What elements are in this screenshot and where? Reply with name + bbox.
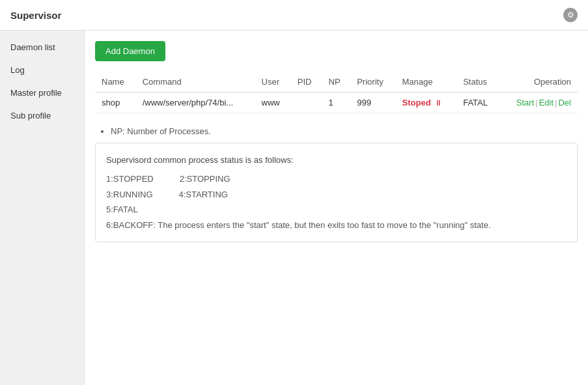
app-title: Supervisor: [10, 10, 61, 21]
info-stopping: 2:STOPPING: [180, 171, 231, 186]
col-np: NP: [322, 72, 351, 93]
info-box: Supervisord common process status is as …: [95, 143, 578, 242]
start-link[interactable]: Start: [516, 98, 534, 107]
main-layout: Daemon list Log Master profile Sub profi…: [0, 31, 588, 385]
daemon-table: Name Command User PID NP Priority Manage…: [95, 72, 578, 113]
status-text: FATAL: [463, 98, 488, 107]
cell-priority: 999: [350, 93, 395, 113]
cell-pid: [291, 93, 322, 113]
info-row-1: 1:STOPPED 2:STOPPING: [106, 171, 567, 186]
info-backoff: 6:BACKOFF: The process enters the "start…: [106, 218, 567, 233]
info-fatal: 5:FATAL: [106, 202, 567, 217]
table-row: shop /www/server/php/74/bi... www 1 999 …: [95, 93, 578, 113]
info-title: Supervisord common process status is as …: [106, 152, 567, 167]
col-name: Name: [95, 72, 136, 93]
sidebar-item-sub-profile[interactable]: Sub profile: [0, 104, 84, 127]
col-manage: Manage: [396, 72, 457, 93]
col-priority: Priority: [350, 72, 395, 93]
info-row-2: 3:RUNNING 4:STARTING: [106, 187, 567, 202]
info-starting: 4:STARTING: [179, 187, 228, 202]
col-operation: Operation: [499, 72, 578, 93]
col-user: User: [255, 72, 291, 93]
sidebar-item-daemon-list[interactable]: Daemon list: [0, 36, 84, 59]
footnote-item: NP: Number of Processes.: [111, 126, 578, 136]
info-stopped: 1:STOPPED: [106, 171, 154, 186]
cell-status: FATAL: [456, 93, 499, 113]
top-bar: Supervisor ⚙: [0, 0, 588, 31]
sidebar-item-master-profile[interactable]: Master profile: [0, 81, 84, 104]
del-link[interactable]: Del: [558, 98, 571, 107]
footnote-list: NP: Number of Processes.: [105, 126, 578, 136]
main-content: Add Daemon Name Command User PID NP Prio…: [85, 31, 588, 385]
cell-command: /www/server/php/74/bi...: [136, 93, 255, 113]
cell-manage: Stoped ⏸: [396, 93, 457, 113]
settings-icon[interactable]: ⚙: [563, 8, 578, 22]
col-pid: PID: [291, 72, 322, 93]
sidebar: Daemon list Log Master profile Sub profi…: [0, 31, 85, 385]
cell-name: shop: [95, 93, 136, 113]
cell-np: 1: [322, 93, 351, 113]
cell-user: www: [255, 93, 291, 113]
stop-icon: ⏸: [434, 98, 442, 107]
cell-operation: Start|Edit|Del: [499, 93, 578, 113]
edit-link[interactable]: Edit: [539, 98, 553, 107]
manage-status-text: Stoped: [402, 98, 431, 107]
col-command: Command: [136, 72, 255, 93]
add-daemon-button[interactable]: Add Daemon: [95, 41, 165, 61]
info-running: 3:RUNNING: [106, 187, 153, 202]
sidebar-item-log[interactable]: Log: [0, 59, 84, 81]
col-status: Status: [456, 72, 499, 93]
